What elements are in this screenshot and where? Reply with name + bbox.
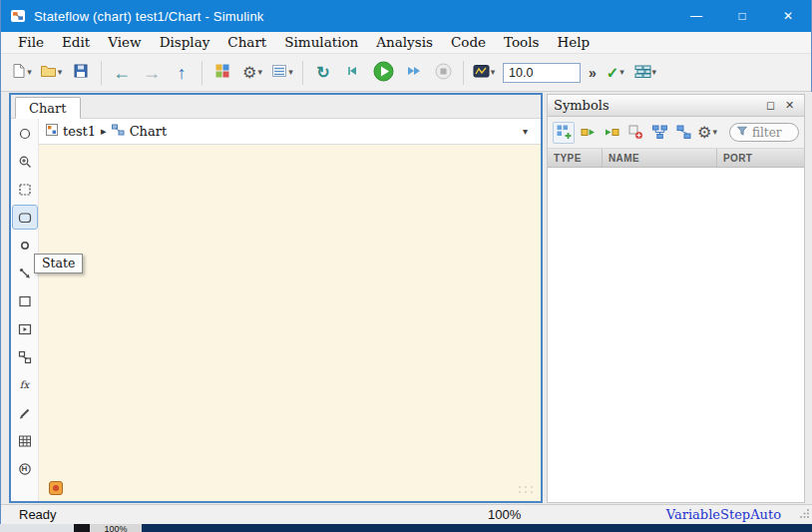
save-button[interactable] — [67, 59, 95, 87]
build-bricks-icon — [634, 64, 651, 82]
forward-button[interactable]: → — [138, 59, 166, 87]
graphical-function-tool-button[interactable] — [13, 345, 37, 368]
create-data-button[interactable] — [553, 122, 575, 144]
diagnostics-check-button[interactable]: ✓ ▾ — [602, 59, 629, 87]
history-junction-tool-button[interactable]: H — [13, 457, 37, 480]
minimize-icon: — — [690, 9, 702, 23]
breadcrumb-separator-icon: ▸ — [101, 125, 107, 138]
scope-icon — [473, 64, 490, 82]
stop-button[interactable] — [429, 59, 457, 87]
status-solver-text[interactable]: VariableStepAuto — [666, 507, 781, 522]
status-ready-text: Ready — [19, 507, 57, 522]
toolbar-overflow-chevron[interactable]: » — [585, 65, 601, 81]
menu-view[interactable]: View — [99, 32, 150, 53]
library-browser-button[interactable] — [208, 59, 236, 87]
up-to-parent-button[interactable]: ↑ — [168, 59, 196, 87]
maximize-button[interactable]: □ — [719, 0, 765, 32]
model-settings-button[interactable]: ⚙ ▾ — [238, 59, 266, 87]
menu-help[interactable]: Help — [548, 32, 599, 53]
column-name[interactable]: NAME — [603, 149, 717, 167]
stateflow-palette: fx H — [11, 119, 39, 501]
create-output-button[interactable] — [601, 122, 622, 144]
background-window-strip: 100% — [0, 524, 812, 532]
stop-square-icon — [435, 63, 452, 83]
symbols-filter[interactable] — [729, 123, 799, 142]
menu-edit[interactable]: Edit — [53, 32, 99, 53]
up-arrow-icon: ↑ — [178, 64, 187, 82]
library-grid-icon — [214, 63, 230, 82]
maximize-icon: □ — [738, 9, 745, 23]
menu-code[interactable]: Code — [442, 32, 495, 53]
menu-bar: File Edit View Display Chart Simulation … — [1, 32, 811, 54]
main-toolbar: ▾ ▾ ← → ↑ ⚙ ▾ ▾ ↻ — [1, 54, 811, 92]
default-transition-tool-button[interactable] — [13, 262, 37, 284]
symbols-list[interactable] — [548, 168, 804, 502]
model-icon — [46, 124, 58, 139]
menu-file[interactable]: File — [9, 32, 53, 53]
column-port[interactable]: PORT — [717, 149, 804, 167]
breadcrumb: test1 ▸ Chart ▾ — [39, 119, 541, 145]
menu-tools[interactable]: Tools — [495, 32, 548, 53]
close-button[interactable]: ✕ — [765, 0, 811, 32]
breadcrumb-dropdown-button[interactable]: ▾ — [517, 124, 534, 139]
dropdown-caret-icon: ▾ — [652, 68, 657, 77]
fit-to-view-button[interactable] — [13, 178, 37, 201]
close-panel-button[interactable]: ✕ — [781, 97, 798, 114]
background-statusbar-fragment — [0, 524, 74, 532]
menu-display[interactable]: Display — [151, 32, 219, 53]
chart-canvas[interactable] — [39, 145, 541, 501]
breadcrumb-chart[interactable]: Chart — [130, 124, 168, 139]
fast-restart-button[interactable]: ↻ — [309, 59, 337, 87]
menu-analysis[interactable]: Analysis — [367, 32, 442, 53]
step-forward-button[interactable] — [399, 59, 427, 87]
step-back-button[interactable] — [339, 59, 367, 87]
annotation-tool-button[interactable] — [13, 401, 37, 424]
view-hierarchy-button[interactable] — [648, 122, 670, 144]
create-event-button[interactable] — [624, 122, 646, 144]
dropdown-caret-icon: ▾ — [27, 68, 32, 77]
dropdown-caret-icon: ▾ — [257, 68, 262, 77]
breadcrumb-model[interactable]: test1 — [63, 124, 96, 139]
simulink-state-tool-button[interactable] — [13, 317, 37, 340]
create-input-button[interactable] — [577, 122, 599, 144]
build-button[interactable]: ▾ — [631, 59, 659, 87]
editor-tab-strip: Chart — [11, 95, 541, 119]
sim-stop-time-input[interactable] — [503, 63, 581, 83]
window-resize-grip[interactable] — [799, 507, 810, 522]
data-editor-icon — [271, 63, 287, 82]
chart-overview-badge-icon[interactable] — [49, 481, 63, 495]
zoom-in-button[interactable] — [13, 150, 37, 173]
save-floppy-icon — [73, 63, 89, 82]
tab-chart[interactable]: Chart — [15, 97, 81, 119]
state-tool-button[interactable] — [13, 206, 37, 229]
canvas-resize-grip[interactable] — [517, 482, 535, 497]
fx-icon: fx — [20, 379, 29, 390]
filter-input[interactable] — [752, 126, 794, 140]
box-tool-button[interactable] — [13, 289, 37, 312]
model-data-editor-button[interactable]: ▾ — [268, 59, 296, 87]
junction-tool-button[interactable] — [13, 234, 37, 257]
refresh-arrow-icon: ↻ — [316, 65, 329, 81]
open-folder-icon — [40, 63, 57, 82]
symbols-toolbar: ⚙ ▾ — [548, 117, 804, 148]
menu-simulation[interactable]: Simulation — [275, 32, 367, 53]
back-button[interactable]: ← — [108, 59, 136, 87]
run-button[interactable] — [369, 59, 397, 87]
column-type[interactable]: TYPE — [548, 149, 603, 167]
truth-table-tool-button[interactable] — [13, 429, 37, 452]
matlab-function-tool-button[interactable]: fx — [13, 373, 37, 396]
window-title: Stateflow (chart) test1/Chart - Simulink — [34, 9, 264, 24]
title-bar[interactable]: Stateflow (chart) test1/Chart - Simulink… — [1, 0, 811, 32]
open-button[interactable]: ▾ — [37, 59, 65, 87]
symbols-settings-button[interactable]: ⚙ ▾ — [696, 122, 718, 144]
simulation-display-button[interactable]: ▾ — [470, 59, 498, 87]
group-symbols-button[interactable] — [672, 122, 694, 144]
back-arrow-icon: ← — [113, 64, 131, 82]
new-model-button[interactable]: ▾ — [7, 59, 35, 87]
filter-funnel-icon — [736, 125, 748, 140]
new-document-icon — [10, 63, 26, 82]
pan-tool-button[interactable] — [13, 122, 37, 145]
menu-chart[interactable]: Chart — [218, 32, 275, 53]
undock-panel-button[interactable]: ◻ — [762, 97, 779, 114]
minimize-button[interactable]: — — [673, 0, 719, 32]
